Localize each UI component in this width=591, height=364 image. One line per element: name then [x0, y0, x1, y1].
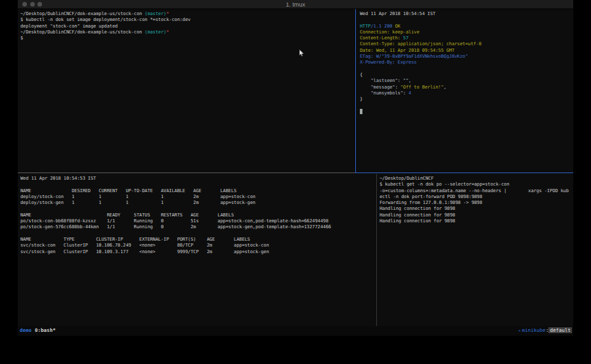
text-segment: Connection: keep-alive — [360, 30, 420, 35]
pane-bottom-left-kubectl-get[interactable]: Wed 11 Apr 2018 10:54:53 ISTNAME DESIRED… — [18, 174, 376, 326]
terminal-line: $ kubectl -n dok set image deployment/st… — [20, 17, 355, 23]
text-segment: $ kubectl get -n dok po --selector=app=s… — [380, 182, 510, 187]
window-title: 1. tmux — [286, 1, 305, 8]
text-segment: $ kubectl -n dok set image deployment/st… — [20, 17, 190, 22]
terminal-line: X-Powered-By: Express — [360, 60, 573, 66]
terminal-line: Wed 11 Apr 2018 10:54:54 IST — [360, 11, 573, 17]
terminal-line: Content-Type: application/json; charset=… — [360, 41, 573, 47]
text-segment: Content-Type: application/json; charset=… — [360, 41, 481, 47]
terminal-line: ectl -n dok port-forward POD 9898:9898 — [380, 194, 573, 200]
pane-top-left-shell[interactable]: ~/Desktop/DublinCNCF/dok-example-us/stoc… — [18, 9, 355, 173]
terminal-line: svc/stock-con ClusterIP 10.106.78.249 <n… — [20, 243, 376, 249]
text-segment: ~/Desktop/DublinCNCF/dok-example-us/stoc… — [20, 30, 144, 35]
terminal-line: $ kubectl get -n dok po --selector=app=s… — [380, 182, 573, 188]
text-segment: OK — [392, 24, 400, 29]
text-segment: } — [360, 96, 362, 102]
terminal-line — [360, 109, 573, 115]
session-name[interactable]: demo — [20, 327, 32, 333]
text-segment: NAME READY STATUS RESTARTS AGE LABELS — [20, 212, 234, 218]
close-button[interactable] — [22, 2, 27, 7]
text-segment: NAME TYPE CLUSTER-IP EXTERNAL-IP PORT(S)… — [20, 237, 250, 242]
text-segment: { — [360, 72, 362, 77]
terminal-line: Handling connection for 9898 — [380, 206, 573, 212]
text-segment: svc/stock-gen ClusterIP 10.109.3.177 <no… — [20, 249, 269, 254]
terminal-line: ~/Desktop/DublinCNCF/dok-example-us/stoc… — [20, 11, 355, 17]
text-segment: svc/stock-con ClusterIP 10.106.78.249 <n… — [20, 243, 269, 248]
terminal-line: Handling connection for 9898 — [380, 218, 573, 224]
terminal-line — [20, 206, 376, 212]
text-segment: "Off to Berlin!" — [401, 85, 444, 90]
text-segment: po/stock-con-bb68f88fd-kzsxz 1/1 Running… — [20, 218, 328, 224]
terminal-line: "numsymbols": 4 — [360, 91, 573, 96]
terminal-line: $ — [20, 35, 355, 41]
terminal-line: ~/Desktop/DublinCNCF/dok-example-us/stoc… — [20, 30, 355, 35]
pane-top-right-http-response[interactable]: Wed 11 Apr 2018 10:54:54 ISTHTTP/1.1 200… — [355, 9, 573, 173]
zoom-button[interactable] — [37, 2, 42, 7]
text-segment — [360, 109, 362, 114]
terminal-line: HTTP/1.1 200 OK — [360, 24, 573, 30]
text-segment: (master) — [144, 30, 166, 35]
text-segment: Content-Length: — [360, 35, 403, 41]
terminal-line — [20, 231, 376, 237]
terminal-line: deployment "stock-con" image updated — [20, 24, 355, 30]
terminal-line: } — [360, 96, 573, 102]
text-segment: Date: Wed, 11 Apr 2018 09:54:55 GMT — [360, 48, 454, 53]
text-segment: Handling connection for 9898 — [380, 206, 455, 211]
text-segment: deploy/stock-con 1 1 1 1 2m app=stock-co… — [20, 194, 255, 199]
text-segment: ETag: W/"39-0xBPf9aF1dXVNkhsxoBQgJ8vKzo" — [360, 54, 468, 59]
terminal-line: "message": "Off to Berlin!", — [360, 85, 573, 91]
text-segment: NAME DESIRED CURRENT UP-TO-DATE AVAILABL… — [20, 188, 236, 193]
text-segment: /1.1 200 — [370, 24, 392, 29]
text-segment: , — [444, 85, 447, 90]
terminal-line: Connection: keep-alive — [360, 30, 573, 35]
text-segment: Handling connection for 9898 — [380, 212, 455, 218]
terminal-line: po/stock-gen-576cc688bb-44kmn 1/1 Runnin… — [20, 224, 376, 230]
text-segment: ~/Desktop/DublinCNCF/dok-example-us/stoc… — [20, 11, 144, 16]
terminal-line: svc/stock-gen ClusterIP 10.109.3.177 <no… — [20, 249, 376, 255]
terminal-line: "lastseen": "", — [360, 78, 573, 84]
kube-context: minikube — [522, 327, 546, 333]
terminal-line: deploy/stock-con 1 1 1 1 2m app=stock-co… — [20, 194, 376, 200]
traffic-lights — [22, 2, 42, 7]
text-segment: $ — [20, 35, 23, 41]
text-segment: deploy/stock-gen 1 1 1 1 2m app=stock-ge… — [20, 200, 255, 205]
text-segment: 57 — [403, 35, 408, 41]
desktop-screen: 1. tmux ~/Desktop/DublinCNCF/dok-example… — [0, 0, 591, 364]
terminal-line: { — [360, 72, 573, 78]
text-segment: 4 — [408, 91, 411, 96]
text-segment: "message": — [360, 85, 401, 90]
text-segment: "lastseen": "", — [360, 78, 411, 83]
minimize-button[interactable] — [30, 2, 35, 7]
text-segment: X-Powered-By: Express — [360, 60, 416, 65]
text-segment: "numsymbols": — [360, 91, 408, 96]
terminal-line: -o=custom-columns=:metadata.name --no-he… — [380, 188, 573, 194]
text-segment: ectl -n dok port-forward POD 9898:9898 — [380, 194, 482, 199]
window-titlebar[interactable]: 1. tmux — [18, 0, 573, 9]
text-segment: HTTP — [360, 24, 370, 29]
terminal-line — [360, 17, 573, 23]
status-right: ✳ minikube : default — [518, 327, 572, 333]
terminal-line — [360, 66, 573, 72]
text-segment: * — [166, 30, 169, 35]
window-tab-bash[interactable]: 0:bash* — [35, 327, 56, 333]
status-left: demo 0:bash* — [20, 327, 56, 333]
terminal-line: Forwarding from 127.0.0.1:9898 -> 9898 — [380, 200, 573, 206]
tmux-status-bar: demo 0:bash* ✳ minikube : default — [18, 326, 573, 336]
terminal-line: po/stock-con-bb68f88fd-kzsxz 1/1 Running… — [20, 218, 376, 224]
text-segment: Forwarding from 127.0.0.1:9898 -> 9898 — [380, 200, 482, 205]
pane-bottom-right-port-forward[interactable]: ~/Desktop/DublinCNCF$ kubectl get -n dok… — [376, 174, 573, 326]
terminal-line: Date: Wed, 11 Apr 2018 09:54:55 GMT — [360, 48, 573, 54]
text-segment: Wed 11 Apr 2018 10:54:53 IST — [20, 176, 96, 181]
kubernetes-helm-icon: ✳ — [518, 328, 521, 333]
terminal-line: deploy/stock-gen 1 1 1 1 2m app=stock-ge… — [20, 200, 376, 206]
text-segment: Handling connection for 9898 — [380, 218, 455, 224]
terminal-line — [360, 102, 573, 108]
text-segment: po/stock-gen-576cc688bb-44kmn 1/1 Runnin… — [20, 224, 331, 230]
terminal-line: NAME TYPE CLUSTER-IP EXTERNAL-IP PORT(S)… — [20, 237, 376, 243]
tmux-content: ~/Desktop/DublinCNCF/dok-example-us/stoc… — [18, 9, 573, 326]
terminal-line: Content-Length: 57 — [360, 35, 573, 41]
terminal-window: 1. tmux ~/Desktop/DublinCNCF/dok-example… — [18, 0, 573, 336]
terminal-line: ~/Desktop/DublinCNCF — [380, 176, 573, 182]
terminal-line: NAME READY STATUS RESTARTS AGE LABELS — [20, 212, 376, 218]
text-segment: -o=custom-columns=:metadata.name --no-he… — [380, 188, 569, 193]
